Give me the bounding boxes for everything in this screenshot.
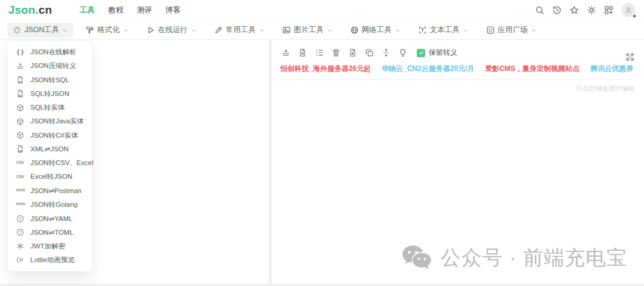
pen-icon xyxy=(214,26,223,35)
text-frame-icon xyxy=(418,26,427,35)
dropdown-item-label: JSON在线解析 xyxy=(30,48,76,57)
dropdown-item[interactable]: { }JSON在线解析 xyxy=(8,45,92,59)
json-result-panel: 123 保留转义 恒创科技_海外服务器26元起华纳云_CN2云服务器20元/月爱… xyxy=(272,40,644,284)
logo-primary: Json. xyxy=(8,4,39,16)
result-toolbar-icons: 123 保留转义 xyxy=(280,47,636,58)
promo-link[interactable]: 华纳云_CN2云服务器20元/月 xyxy=(382,64,474,74)
promo-link[interactable]: 恒创科技_海外服务器26元起 xyxy=(280,64,371,74)
magic-icon xyxy=(13,26,21,35)
watermark: 公众号 · 前端充电宝 xyxy=(401,244,627,272)
nav-item[interactable]: 教程 xyxy=(108,5,123,15)
dropdown-item-label: Lottie动画预览 xyxy=(30,256,75,265)
toolbar-menu[interactable]: 格式化 xyxy=(80,23,134,38)
jwt-icon xyxy=(16,242,25,250)
chevron-down-icon xyxy=(259,27,265,33)
sort-list-icon[interactable]: 123 xyxy=(314,47,325,58)
theme-icon[interactable] xyxy=(587,5,596,15)
wechat-icon xyxy=(401,244,432,272)
expand-vertical-icon[interactable] xyxy=(380,47,392,58)
toolbar-menu[interactable]: 网络工具 xyxy=(345,23,406,38)
dropdown-item-label: JSON转C#实体 xyxy=(30,131,78,140)
svg-text:Y: Y xyxy=(19,216,21,220)
dropdown-item-label: SQL转实体 xyxy=(30,103,65,112)
svg-text:T: T xyxy=(19,231,21,234)
fullscreen-icon[interactable] xyxy=(626,52,634,61)
star-icon[interactable] xyxy=(569,5,579,15)
promo-link[interactable]: 爱影CMS，量身定制视频站点 xyxy=(485,64,580,74)
toolbar-menu[interactable]: 常用工具 xyxy=(209,23,270,38)
toolbar-menu[interactable]: 文本工具 xyxy=(413,23,474,38)
braces-icon: { } xyxy=(16,49,25,55)
sql-file-icon: SQL xyxy=(16,89,25,98)
bulb-icon[interactable] xyxy=(397,47,408,58)
compress-icon[interactable] xyxy=(280,47,292,58)
compress-icon xyxy=(16,62,25,70)
history-icon[interactable] xyxy=(552,5,562,15)
dropdown-item[interactable]: JSONJSON转Golang xyxy=(8,198,92,212)
copy-icon[interactable] xyxy=(364,47,375,58)
dropdown-item-label: JWT加解密 xyxy=(30,242,65,251)
chevron-down-icon xyxy=(395,27,401,33)
logo-secondary: cn xyxy=(39,4,52,16)
toolbar-menu[interactable]: 在线运行 xyxy=(141,23,202,38)
dropdown-item-label: Excel转JSON xyxy=(30,172,72,181)
dropdown-item[interactable]: Lottie动画预览 xyxy=(8,253,92,267)
nav-item[interactable]: 测评 xyxy=(137,5,152,15)
dropdown-item[interactable]: TJSON⇌TOML xyxy=(8,225,92,239)
dropdown-item[interactable]: CSVJSON转CSV、Excel xyxy=(8,156,92,170)
svg-text:3: 3 xyxy=(316,54,318,57)
dropdown-item-label: JSON转CSV、Excel xyxy=(30,158,93,167)
dropdown-item[interactable]: SQLSQL转JSON xyxy=(8,87,92,101)
play-icon xyxy=(146,26,155,35)
dropdown-item[interactable]: YJSON⇌YAML xyxy=(8,212,92,225)
keep-escape-toggle[interactable]: 保留转义 xyxy=(417,48,457,58)
trash-icon[interactable] xyxy=(330,47,342,58)
promo-link[interactable]: 腾讯云优惠券 xyxy=(590,64,633,74)
dropdown-item-label: JSON⇌Postman xyxy=(30,186,82,195)
dropdown-item[interactable]: JWT加解密 xyxy=(8,240,92,253)
svg-text:SQL: SQL xyxy=(18,95,23,97)
file-remove-icon[interactable] xyxy=(297,47,308,58)
toolbar-menu-label: 常用工具 xyxy=(226,25,256,35)
cube-icon xyxy=(16,104,25,112)
dropdown-item[interactable]: JSON转Java实体 xyxy=(8,114,92,128)
avatar-status-dot xyxy=(633,14,636,18)
toolbar-menu-label: 格式化 xyxy=(97,25,120,35)
header-action-icons xyxy=(535,5,614,15)
svg-text:SQL: SQL xyxy=(18,81,23,83)
toolbar-menu-label: 图片工具 xyxy=(294,25,324,35)
dropdown-item[interactable]: CSVExcel转JSON xyxy=(8,170,92,184)
cube-icon xyxy=(16,117,25,126)
dropdown-item[interactable]: JSON压缩转义 xyxy=(8,59,92,73)
header-actions xyxy=(535,3,636,17)
dropdown-item-label: JSON转Java实体 xyxy=(30,117,83,126)
yaml-icon: Y xyxy=(16,214,25,223)
toml-icon: T xyxy=(16,228,25,237)
watermark-text: 公众号 · 前端充电宝 xyxy=(441,244,627,272)
toolbar-menu[interactable]: 图片工具 xyxy=(277,23,338,38)
dropdown-item-label: JSON⇌TOML xyxy=(30,228,73,237)
checkbox-checked-icon[interactable] xyxy=(417,49,425,57)
nav-item[interactable]: 工具 xyxy=(79,5,95,15)
dropdown-item[interactable]: JSONJSON⇌Postman xyxy=(8,184,92,198)
dropdown-item[interactable]: JSON转C#实体 xyxy=(8,129,92,142)
toolbar-menu-label: 在线运行 xyxy=(158,25,188,35)
logo[interactable]: Json.cn xyxy=(8,4,52,17)
nav-item[interactable]: 博客 xyxy=(165,5,181,15)
avatar[interactable] xyxy=(621,3,636,17)
dropdown-item[interactable]: SQLJSON转SQL xyxy=(8,73,92,87)
keep-escape-label: 保留转义 xyxy=(429,48,457,58)
csv-icon: CSV xyxy=(16,175,25,179)
dropdown-item-label: JSON转Golang xyxy=(30,200,78,209)
chevron-down-icon xyxy=(327,27,333,33)
toolbar-menu[interactable]: JSON工具 xyxy=(7,23,73,38)
search-icon[interactable] xyxy=(535,5,544,15)
globe-icon xyxy=(350,26,359,35)
qrcode-icon[interactable] xyxy=(604,5,614,15)
file-download-icon[interactable] xyxy=(347,47,358,58)
dropdown-item[interactable]: SQL转实体 xyxy=(8,101,92,114)
page: { "header": { "logo": { "primary": "Json… xyxy=(0,0,644,286)
dropdown-item[interactable]: XMLXML⇌JSON xyxy=(8,142,92,156)
toolbar-menu[interactable]: 应用广场 xyxy=(481,23,542,38)
dropdown-item-label: JSON压缩转义 xyxy=(30,61,76,70)
